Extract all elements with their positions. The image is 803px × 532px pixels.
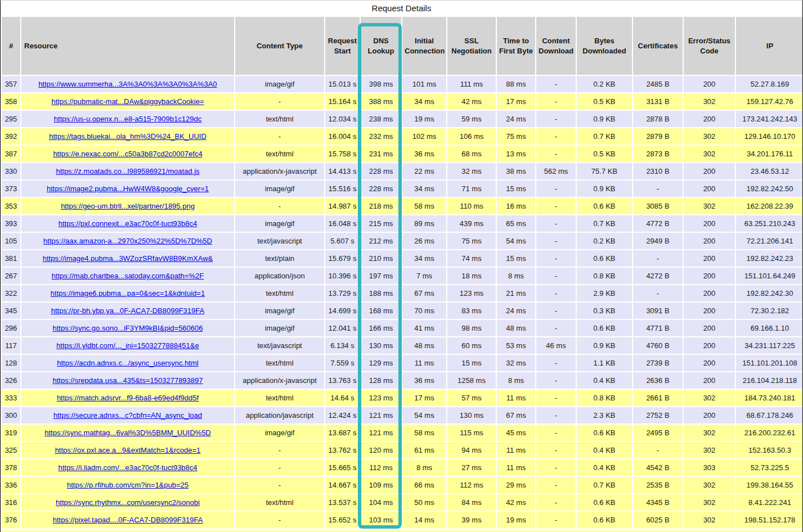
column-header-bytes_downloaded: Bytes Downloaded — [576, 16, 632, 75]
resource-link[interactable]: https://geo-um.btrll...xel/partner/1895.… — [61, 202, 195, 210]
resource-link[interactable]: https://sync.rhythmx...com/usersync2/son… — [56, 498, 200, 507]
resource-link[interactable]: https://image4.pubma...3WZozSRfavW8B9KmX… — [43, 254, 213, 263]
resource-link[interactable]: https://aax.amazon-a...2970x250%22%5D%7D… — [43, 237, 212, 245]
page-title: Request Details — [372, 3, 432, 13]
cell-ssl_negotiation: 60 ms — [447, 337, 496, 354]
resource-link[interactable]: https://acdn.adnxs.c.../async_usersync.h… — [57, 359, 198, 367]
cell-time_to_first_byte: 38 ms — [496, 163, 536, 180]
cell-dns_lookup: 238 ms — [360, 110, 402, 128]
cell-status_code: 200 — [683, 354, 735, 372]
cell-time_to_first_byte: 21 ms — [496, 285, 536, 302]
resource-link[interactable]: https://image2.pubma...HwW4W8&google_cve… — [47, 184, 209, 193]
resource-link[interactable]: https://i.liadm.com/...e3ac70c0f-tuct93b… — [58, 463, 197, 472]
table-row: 392https://tags.bluekai...ola_hm%3D%24_B… — [1, 128, 803, 145]
resource-link[interactable]: https://z.moatads.co...l989586921/moatad… — [56, 167, 199, 175]
resource-link[interactable]: https://pr-bh.ybp.ya...0F-ACA7-DB8099F31… — [51, 306, 204, 315]
cell-num: 336 — [1, 476, 21, 494]
cell-request_start: 16.048 s — [325, 215, 360, 232]
resource-link[interactable]: https://match.adsrvr...f9-6ba8-e69ed4f9d… — [57, 394, 199, 402]
resource-link[interactable]: https://sync.go.sono...iF3YM9kBI&pid=560… — [52, 324, 203, 332]
cell-dns_lookup: 210 ms — [360, 250, 402, 267]
cell-ssl_negotiation: 111 ms — [447, 75, 496, 93]
resource-link[interactable]: https://mab.chartbea...satoday.com&path=… — [52, 272, 204, 280]
cell-time_to_first_byte: 65 ms — [496, 215, 536, 232]
cell-content_download: - — [536, 180, 576, 197]
resource-link[interactable]: https://e.nexac.com/...c50a3b87cd2c0007e… — [53, 150, 202, 158]
table-row: 378https://i.liadm.com/...e3ac70c0f-tuct… — [1, 459, 803, 476]
cell-num: 105 — [1, 232, 21, 250]
column-header-content_type: Content Type — [235, 16, 325, 75]
resource-link[interactable]: https://ox.pxl.ace.a...9&extMatch=1&rcod… — [55, 446, 201, 454]
cell-ip: 184.73.240.181 — [735, 389, 803, 407]
cell-initial_connection: 102 ms — [402, 128, 447, 145]
resource-link[interactable]: https://tags.bluekai...ola_hm%3D%24_BK_U… — [49, 132, 207, 141]
resource-link[interactable]: https://image6.pubma...pa=0&sec=1&kdntui… — [51, 289, 205, 297]
cell-content_type: image/gif — [235, 215, 325, 232]
cell-dns_lookup: 168 ms — [360, 302, 402, 319]
cell-request_start: 13.763 s — [325, 372, 360, 389]
column-header-ip: IP — [735, 16, 803, 75]
cell-ip: 199.38.164.55 — [735, 476, 803, 494]
cell-status_code: 200 — [683, 250, 735, 267]
table-row: 336https://p.rfihub.com/cm?in=1&pub=25-1… — [1, 476, 803, 494]
cell-dns_lookup: 215 ms — [360, 215, 402, 232]
cell-initial_connection: 50 ms — [402, 494, 447, 511]
cell-dns_lookup: 228 ms — [360, 180, 402, 197]
cell-certificates: 2949 B — [632, 232, 683, 250]
resource-link[interactable]: https://us-u.openx.n...e8-a515-7909b1c12… — [54, 115, 201, 123]
cell-time_to_first_byte: 42 ms — [496, 494, 536, 511]
cell-time_to_first_byte: 29 ms — [496, 476, 536, 494]
cell-num: 128 — [1, 354, 21, 372]
cell-initial_connection: 66 ms — [402, 476, 447, 494]
cell-status_code: 200 — [683, 407, 735, 424]
resource-link[interactable]: https://pxl.connexit...e3ac70c0f-tuct93b… — [59, 219, 197, 228]
title-bar: Request Details — [1, 1, 802, 16]
cell-resource: https://image6.pubma...pa=0&sec=1&kdntui… — [21, 285, 235, 302]
cell-resource: https://sync.rhythmx...com/usersync2/son… — [21, 494, 235, 511]
cell-content_download: - — [536, 128, 576, 145]
cell-ssl_negotiation: 15 ms — [447, 354, 496, 372]
cell-resource: https://acdn.adnxs.c.../async_usersync.h… — [21, 354, 235, 372]
cell-request_start: 10.396 s — [325, 267, 360, 285]
cell-num: 326 — [1, 372, 21, 389]
column-header-content_download: Content Download — [536, 16, 576, 75]
cell-ip: 152.163.50.3 — [735, 441, 803, 459]
cell-request_start: 14.667 s — [325, 476, 360, 494]
cell-content_type: text/html — [235, 145, 325, 163]
cell-time_to_first_byte: 16 ms — [496, 197, 536, 215]
cell-dns_lookup: 130 ms — [360, 337, 402, 354]
cell-num: 117 — [1, 337, 21, 354]
resource-link[interactable]: https://p.rfihub.com/cm?in=1&pub=25 — [67, 481, 189, 489]
resource-link[interactable]: https://pubmatic-mat...DAw&piggybackCook… — [51, 97, 204, 106]
cell-resource: https://match.adsrvr...f9-6ba8-e69ed4f9d… — [21, 389, 235, 407]
cell-ip: 34.201.176.11 — [735, 145, 803, 163]
cell-dns_lookup: 121 ms — [360, 407, 402, 424]
cell-initial_connection: 89 ms — [402, 215, 447, 232]
cell-content_type: image/gif — [235, 302, 325, 319]
cell-resource: https://pr-bh.ybp.ya...0F-ACA7-DB8099F31… — [21, 302, 235, 319]
resource-link[interactable]: https://pixel.tapad....0F-ACA7-DB8099F31… — [53, 516, 203, 524]
cell-bytes_downloaded: 0.6 KB — [576, 197, 632, 215]
cell-dns_lookup: 109 ms — [360, 476, 402, 494]
cell-certificates: 2879 B — [632, 128, 683, 145]
cell-resource: https://pubmatic-mat...DAw&piggybackCook… — [21, 93, 235, 110]
cell-time_to_first_byte: 75 ms — [496, 128, 536, 145]
cell-ssl_negotiation: 75 ms — [447, 232, 496, 250]
cell-num: 353 — [1, 197, 21, 215]
cell-certificates: 4345 B — [632, 494, 683, 511]
cell-initial_connection: 26 ms — [402, 232, 447, 250]
cell-content_download: - — [536, 424, 576, 441]
resource-link[interactable]: https://secure.adnxs...c?cbfn=AN_async_l… — [53, 411, 202, 420]
cell-certificates: 2535 B — [632, 476, 683, 494]
cell-initial_connection: 61 ms — [402, 441, 447, 459]
resource-link[interactable]: https://i.yldbt.com/..._ini=150327788845… — [56, 341, 199, 350]
cell-ssl_negotiation: 68 ms — [447, 145, 496, 163]
cell-dns_lookup: 120 ms — [360, 441, 402, 459]
table-row: 326https://srepdata.usa...435&ts=1503277… — [1, 372, 803, 389]
resource-link[interactable]: https://www.summerha...3A%3A0%3A%3A0%3A%… — [38, 80, 217, 88]
resource-link[interactable]: https://srepdata.usa...435&ts=1503277893… — [52, 376, 203, 385]
cell-ssl_negotiation: 130 ms — [447, 407, 496, 424]
cell-status_code: 200 — [683, 163, 735, 180]
cell-resource: https://us-u.openx.n...e8-a515-7909b1c12… — [21, 110, 235, 128]
resource-link[interactable]: https://sync.mathtag...6val%3D%5BMM_UUID… — [44, 429, 211, 437]
